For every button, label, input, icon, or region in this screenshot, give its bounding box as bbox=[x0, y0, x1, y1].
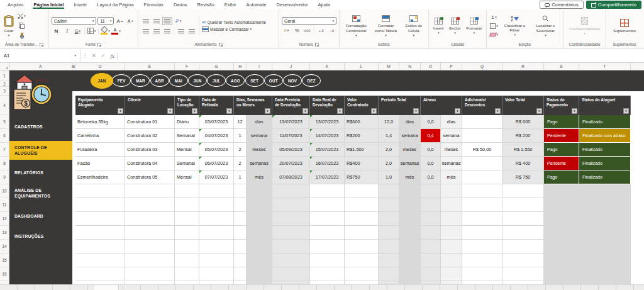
cell-empty[interactable] bbox=[579, 212, 631, 226]
comma-style-button[interactable]: 000 bbox=[303, 26, 313, 35]
month-tab-mai[interactable]: MAI bbox=[169, 74, 188, 87]
cell-empty[interactable] bbox=[199, 212, 234, 226]
bold-button[interactable]: N bbox=[52, 27, 61, 35]
cell-empty[interactable] bbox=[234, 226, 247, 240]
cell-empty[interactable] bbox=[462, 267, 502, 281]
cell-empty[interactable] bbox=[175, 254, 199, 267]
align-left-button[interactable] bbox=[141, 27, 150, 35]
filter-dropdown-icon[interactable]: ▾ bbox=[226, 108, 232, 114]
cell-empty[interactable] bbox=[310, 226, 345, 240]
cell-empty[interactable] bbox=[345, 212, 379, 226]
cell-empty[interactable] bbox=[462, 226, 502, 240]
cell-empty[interactable] bbox=[579, 184, 631, 198]
align-right-button[interactable] bbox=[162, 27, 172, 35]
cell-empty[interactable] bbox=[441, 226, 462, 240]
month-tab-jul[interactable]: JUL bbox=[207, 74, 226, 87]
cell-contratado[interactable]: R$750 bbox=[345, 170, 379, 184]
cancel-icon[interactable]: ✕ bbox=[89, 53, 99, 59]
menu-tab-automate[interactable]: Automate bbox=[241, 1, 271, 9]
italic-button[interactable]: I bbox=[62, 27, 72, 35]
cell-aluguel[interactable]: Finalizado bbox=[579, 143, 631, 157]
filter-dropdown-icon[interactable]: ▾ bbox=[536, 108, 542, 114]
cell-tipo[interactable]: Mensal bbox=[175, 143, 199, 157]
filter-dropdown-icon[interactable]: ▾ bbox=[371, 108, 377, 114]
align-bottom-button[interactable] bbox=[162, 17, 172, 25]
column-header-p[interactable]: P bbox=[441, 63, 462, 70]
menu-tab-revisao[interactable]: Revisão bbox=[192, 1, 219, 9]
cell-empty[interactable] bbox=[175, 267, 199, 281]
filter-dropdown-icon[interactable]: ▾ bbox=[495, 108, 501, 114]
cell-tipo[interactable]: Mensal bbox=[175, 170, 199, 184]
enter-icon[interactable]: ✓ bbox=[99, 53, 108, 59]
month-tab-mar[interactable]: MAR bbox=[131, 74, 150, 87]
cell-empty[interactable] bbox=[399, 240, 421, 254]
cell-empty[interactable] bbox=[272, 240, 310, 254]
month-tab-set[interactable]: SET bbox=[245, 74, 264, 87]
row-header-7[interactable]: 7 bbox=[0, 143, 9, 157]
cell-empty[interactable] bbox=[125, 212, 175, 226]
sidebar-item-instrucoes[interactable]: INSTRUÇÕES bbox=[9, 233, 72, 239]
cell-empty[interactable] bbox=[579, 226, 631, 240]
cell-real[interactable]: 14/07/2023 bbox=[310, 129, 345, 143]
cell-aluguel[interactable]: Finalizado bbox=[579, 157, 631, 170]
increase-font-button[interactable]: A▲ bbox=[115, 17, 125, 25]
cell-empty[interactable] bbox=[399, 254, 421, 267]
cell-atraso_un[interactable]: semanas bbox=[441, 157, 462, 170]
cell-empty[interactable] bbox=[247, 212, 272, 226]
align-center-button[interactable] bbox=[152, 27, 161, 35]
cell-unidade[interactable]: semana bbox=[247, 129, 272, 143]
cell-empty[interactable] bbox=[199, 240, 234, 254]
addins-button[interactable]: Suplementos bbox=[612, 18, 637, 33]
increase-indent-button[interactable] bbox=[187, 27, 196, 35]
cell-unidade[interactable]: semanas bbox=[247, 157, 272, 170]
cell-atraso[interactable]: 0,0 bbox=[421, 170, 441, 184]
cell-qtd[interactable]: 1 bbox=[234, 170, 247, 184]
row-header-2[interactable]: 2 bbox=[0, 81, 9, 87]
cell-empty[interactable] bbox=[462, 212, 502, 226]
cell-empty[interactable] bbox=[345, 226, 379, 240]
month-tab-out[interactable]: OUT bbox=[264, 74, 283, 87]
cell-empty[interactable] bbox=[175, 198, 199, 212]
cell-retirada[interactable]: 03/07/2023 bbox=[199, 115, 234, 129]
cell-cliente[interactable]: Construtora 02 bbox=[125, 129, 175, 143]
cell-empty[interactable] bbox=[272, 212, 310, 226]
cell-total[interactable]: R$ 750 bbox=[502, 170, 544, 184]
filter-dropdown-icon[interactable]: ▾ bbox=[167, 108, 173, 114]
cell-empty[interactable] bbox=[399, 267, 421, 281]
fill-color-button[interactable]: ▾ bbox=[101, 27, 110, 35]
cell-empty[interactable] bbox=[502, 254, 544, 267]
month-tab-fev[interactable]: FEV bbox=[112, 74, 131, 87]
cell-empty[interactable] bbox=[247, 254, 272, 267]
cell-pagamento[interactable]: Pago bbox=[544, 170, 579, 184]
cell-empty[interactable] bbox=[421, 240, 441, 254]
cell-cliente[interactable]: Construtora 04 bbox=[125, 157, 175, 170]
cell-empty[interactable] bbox=[75, 184, 125, 198]
cell-atraso[interactable]: 0,4 bbox=[421, 129, 441, 143]
cell-empty[interactable] bbox=[544, 240, 579, 254]
formula-input[interactable] bbox=[118, 49, 644, 62]
font-color-button[interactable]: A▾ bbox=[111, 27, 121, 35]
column-header-r[interactable]: R bbox=[502, 63, 544, 70]
cell-empty[interactable] bbox=[310, 267, 345, 281]
cell-empty[interactable] bbox=[310, 184, 345, 198]
filter-dropdown-icon[interactable]: ▾ bbox=[413, 108, 419, 114]
cell-empty[interactable] bbox=[441, 212, 462, 226]
select-all-corner[interactable] bbox=[0, 63, 9, 70]
autosum-button[interactable]: Σ▾ bbox=[489, 13, 499, 21]
format-as-table-button[interactable]: Formatar como Tabela▾ bbox=[372, 14, 399, 36]
sidebar-item-analise-de-equipamentos[interactable]: ANÁLISE DE EQUIPAMENTOS bbox=[9, 187, 72, 199]
cell-qtd[interactable]: 1 bbox=[234, 129, 247, 143]
underline-button[interactable]: S▾ bbox=[73, 27, 82, 35]
cell-empty[interactable] bbox=[544, 254, 579, 267]
cell-cliente[interactable]: Construtora 05 bbox=[125, 170, 175, 184]
cell-empty[interactable] bbox=[199, 198, 234, 212]
cell-empty[interactable] bbox=[345, 267, 379, 281]
cell-prevista[interactable]: 20/07/2023 bbox=[272, 157, 310, 170]
cell-empty[interactable] bbox=[502, 198, 544, 212]
cell-real[interactable]: 13/07/2023 bbox=[310, 115, 345, 129]
cell-pagamento[interactable]: Pendente bbox=[544, 157, 579, 170]
column-header-j[interactable]: J bbox=[272, 63, 310, 70]
menu-tab-ajuda[interactable]: Ajuda bbox=[313, 1, 335, 9]
cell-empty[interactable] bbox=[379, 212, 399, 226]
cell-atraso[interactable]: 0,0 bbox=[421, 157, 441, 170]
